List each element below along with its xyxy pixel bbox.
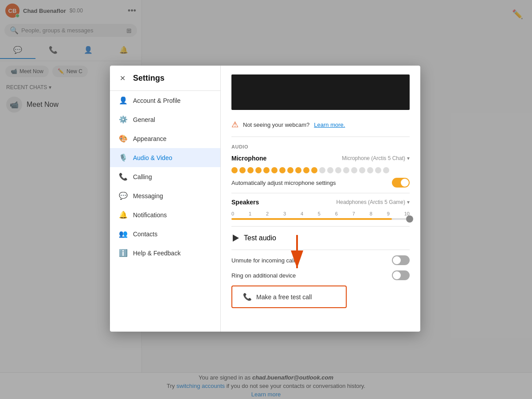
mic-dot <box>239 167 246 173</box>
auto-adjust-toggle[interactable] <box>392 178 410 188</box>
chevron-down-icon: ▾ <box>407 199 410 205</box>
nav-item-help[interactable]: ℹ️ Help & Feedback <box>110 243 220 262</box>
nav-item-messaging[interactable]: 💬 Messaging <box>110 186 220 205</box>
microphone-level <box>231 167 410 173</box>
speakers-label: Speakers <box>231 199 259 206</box>
warning-icon: ⚠ <box>231 120 239 129</box>
mic-dot <box>327 167 333 173</box>
ring-toggle[interactable] <box>392 270 410 280</box>
appearance-icon: 🎨 <box>119 134 128 143</box>
phone-icon: 📞 <box>243 293 252 301</box>
nav-item-calling[interactable]: 📞 Calling <box>110 167 220 186</box>
settings-header: ✕ Settings <box>110 73 220 91</box>
speakers-dropdown[interactable]: Headphones (Arctis 5 Game) ▾ <box>336 199 410 205</box>
mic-dot <box>303 167 309 173</box>
mic-dot <box>263 167 270 173</box>
divider <box>231 250 410 250</box>
contacts-icon: 👥 <box>119 230 128 238</box>
mic-dot <box>351 167 357 173</box>
auto-adjust-label: Automatically adjust microphone settings <box>231 180 336 186</box>
mic-dot <box>255 167 262 173</box>
settings-title: Settings <box>133 74 164 83</box>
mic-dot <box>367 167 373 173</box>
account-icon: 👤 <box>119 96 128 105</box>
test-audio-row[interactable]: Test audio <box>231 232 410 244</box>
test-audio-label: Test audio <box>244 234 276 242</box>
audio-video-icon: 🎙️ <box>119 153 128 162</box>
messaging-icon: 💬 <box>119 192 128 200</box>
mic-dot <box>287 167 293 173</box>
nav-item-appearance[interactable]: 🎨 Appearance <box>110 129 220 148</box>
test-call-button[interactable]: 📞 Make a free test call <box>231 286 347 308</box>
play-icon <box>231 234 240 243</box>
auto-adjust-row: Automatically adjust microphone settings <box>231 178 410 188</box>
unmute-label: Unmute for incoming calls <box>231 257 298 264</box>
nav-item-notifications[interactable]: 🔔 Notifications <box>110 205 220 224</box>
nav-item-account[interactable]: 👤 Account & Profile <box>110 91 220 110</box>
divider <box>231 226 410 227</box>
mic-dot <box>343 167 349 173</box>
volume-track[interactable] <box>231 218 410 220</box>
speakers-row: Speakers Headphones (Arctis 5 Game) ▾ <box>231 199 410 206</box>
chevron-down-icon: ▾ <box>407 155 410 161</box>
general-icon: ⚙️ <box>119 115 128 124</box>
microphone-row: Microphone Microphone (Arctis 5 Chat) ▾ <box>231 155 410 162</box>
volume-thumb[interactable] <box>406 215 413 223</box>
settings-content: ⚠ Not seeing your webcam? Learn more. AU… <box>221 66 420 332</box>
settings-nav: ✕ Settings 👤 Account & Profile ⚙️ Genera… <box>110 66 221 332</box>
volume-fill <box>231 218 392 220</box>
audio-section-label: AUDIO <box>231 144 410 149</box>
mic-dot <box>359 167 365 173</box>
ring-row: Ring on additional device <box>231 270 410 280</box>
microphone-dropdown[interactable]: Microphone (Arctis 5 Chat) ▾ <box>342 155 410 161</box>
nav-item-general[interactable]: ⚙️ General <box>110 110 220 129</box>
mic-dot <box>279 167 286 173</box>
nav-item-audio-video[interactable]: 🎙️ Audio & Video <box>110 148 220 167</box>
volume-labels: 012345678910 <box>231 211 410 216</box>
unmute-toggle[interactable] <box>392 255 410 265</box>
settings-modal: ✕ Settings 👤 Account & Profile ⚙️ Genera… <box>110 66 420 332</box>
notifications-icon: 🔔 <box>119 211 128 219</box>
mic-dot <box>335 167 341 173</box>
microphone-label: Microphone <box>231 155 266 162</box>
mic-dot <box>319 167 325 173</box>
unmute-row: Unmute for incoming calls <box>231 255 410 265</box>
webcam-warning: ⚠ Not seeing your webcam? Learn more. <box>231 115 410 137</box>
calling-icon: 📞 <box>119 172 128 181</box>
volume-slider-container: 012345678910 <box>231 211 410 220</box>
close-button[interactable]: ✕ <box>117 73 128 83</box>
webcam-learn-more-link[interactable]: Learn more. <box>314 121 345 128</box>
nav-item-contacts[interactable]: 👥 Contacts <box>110 224 220 243</box>
mic-dot <box>311 167 317 173</box>
ring-label: Ring on additional device <box>231 272 296 279</box>
mic-dot <box>375 167 381 173</box>
svg-marker-0 <box>233 235 239 242</box>
video-preview <box>231 74 410 110</box>
help-icon: ℹ️ <box>119 249 128 257</box>
divider <box>231 193 410 193</box>
mic-dot <box>383 167 389 173</box>
mic-dot <box>247 167 254 173</box>
mic-dot <box>271 167 278 173</box>
mic-dot <box>295 167 301 173</box>
mic-dot <box>231 167 238 173</box>
